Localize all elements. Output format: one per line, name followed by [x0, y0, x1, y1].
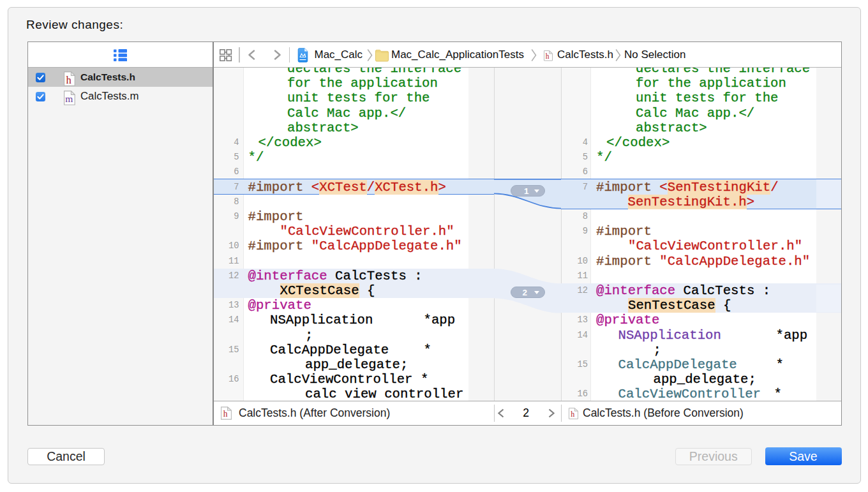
- svg-text:h: h: [546, 52, 550, 60]
- svg-text:h: h: [223, 409, 228, 419]
- svg-text:h: h: [66, 73, 71, 86]
- svg-text:m: m: [65, 93, 73, 104]
- svg-text:h: h: [571, 410, 574, 419]
